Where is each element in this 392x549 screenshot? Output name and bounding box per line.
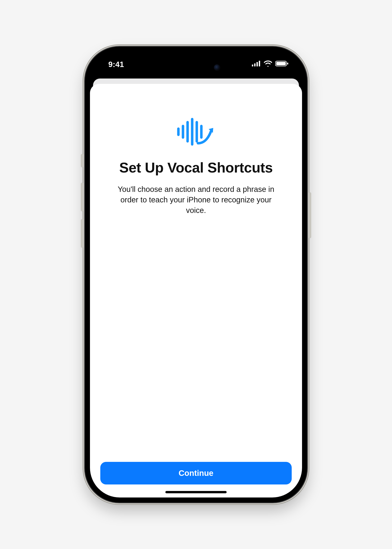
home-indicator[interactable] xyxy=(165,491,227,493)
svg-rect-0 xyxy=(252,64,253,66)
sheet-header: Set Up Vocal Shortcuts You'll choose an … xyxy=(100,84,292,216)
mute-switch[interactable] xyxy=(81,154,84,167)
volume-down-button[interactable] xyxy=(81,219,84,248)
wifi-icon xyxy=(264,61,272,67)
dynamic-island xyxy=(166,59,226,76)
side-button[interactable] xyxy=(308,192,311,238)
vocal-shortcuts-icon xyxy=(175,116,217,148)
svg-rect-3 xyxy=(259,61,260,66)
status-right-cluster xyxy=(252,61,289,67)
status-time: 9:41 xyxy=(108,60,124,69)
volume-up-button[interactable] xyxy=(81,183,84,211)
setup-sheet: Set Up Vocal Shortcuts You'll choose an … xyxy=(90,84,302,498)
cta-container: Continue xyxy=(100,462,292,485)
iphone-device-frame: 9:41 xyxy=(85,47,307,502)
cellular-signal-icon xyxy=(252,61,261,66)
continue-button[interactable]: Continue xyxy=(100,462,292,485)
screen: 9:41 xyxy=(90,52,302,498)
sheet-title: Set Up Vocal Shortcuts xyxy=(100,159,292,176)
sheet-subtitle: You'll choose an action and record a phr… xyxy=(112,184,280,216)
svg-rect-2 xyxy=(257,62,258,66)
battery-icon xyxy=(275,61,289,67)
spacer xyxy=(100,216,292,462)
svg-rect-5 xyxy=(276,62,286,65)
svg-rect-6 xyxy=(287,63,288,64)
svg-rect-1 xyxy=(254,63,256,66)
